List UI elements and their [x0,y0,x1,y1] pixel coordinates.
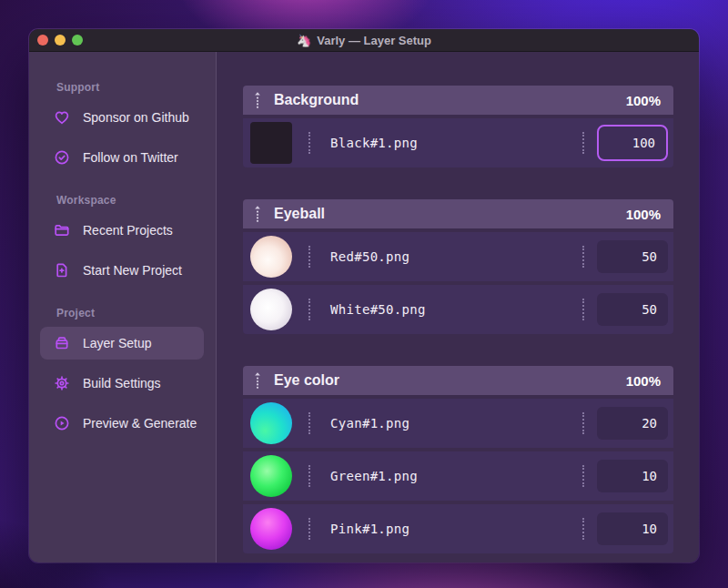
group-name: Eye color [274,372,615,389]
layer-group-eyeball: Eyeball 100% Red#50.png White#50.png [243,199,673,334]
group-weight: 100% [626,93,661,108]
sidebar-item-label: Follow on Twitter [83,150,178,165]
badge-check-icon [53,148,71,167]
layer-row: Pink#1.png [243,504,673,553]
minimize-button[interactable] [55,35,66,46]
opacity-input[interactable] [597,407,668,440]
app-window: 🦄 Varly — Layer Setup Support Sponsor on… [29,29,699,563]
group-weight: 100% [626,207,661,222]
close-button[interactable] [37,35,48,46]
layer-row: Cyan#1.png [243,399,673,448]
sidebar-item-build-settings[interactable]: Build Settings [40,367,204,400]
layer-filename: Green#1.png [330,469,582,483]
layer-row: White#50.png [243,285,673,334]
opacity-input[interactable] [597,512,668,545]
layer-row: Green#1.png [243,451,673,501]
sidebar-item-layer-setup[interactable]: Layer Setup [40,327,204,360]
sidebar-section-project: Project Layer Setup Build Settings Previ… [29,307,216,440]
sidebar-item-label: Recent Projects [83,223,173,238]
section-label-support: Support [56,81,216,94]
window-title-text: Varly — Layer Setup [317,34,431,47]
layer-thumbnail-red [250,236,292,278]
sidebar-item-start-new-project[interactable]: Start New Project [40,254,204,287]
opacity-input[interactable] [597,240,668,273]
layer-thumbnail-black [250,122,292,164]
file-plus-icon [53,261,71,279]
layer-thumbnail-cyan [250,402,292,444]
sidebar-item-preview-generate[interactable]: Preview & Generate [40,407,204,440]
opacity-input[interactable] [597,460,668,492]
opacity-input[interactable] [597,293,668,326]
gear-icon [53,374,71,392]
group-name: Background [274,92,615,108]
sidebar: Support Sponsor on Github Follow on Twit… [29,52,217,563]
sidebar-item-follow-on-twitter[interactable]: Follow on Twitter [40,141,204,174]
drag-handle-icon[interactable] [252,205,263,223]
layer-row: Red#50.png [243,232,673,281]
layer-row: Black#1.png [243,118,673,167]
sidebar-item-recent-projects[interactable]: Recent Projects [40,214,204,247]
play-circle-icon [53,414,71,432]
divider [582,518,584,540]
divider [582,299,584,320]
sidebar-item-label: Preview & Generate [83,416,197,431]
zoom-button[interactable] [72,35,83,46]
sidebar-section-workspace: Workspace Recent Projects Start New Proj… [29,194,216,287]
app-unicorn-icon: 🦄 [297,34,311,47]
layer-filename: Red#50.png [330,249,582,264]
layer-filename: Pink#1.png [330,522,582,536]
layer-setup-panel: Background 100% Black#1.png Eyeball 100% [217,52,699,563]
layer-filename: Black#1.png [330,136,582,150]
window-title: 🦄 Varly — Layer Setup [297,34,431,47]
section-label-workspace: Workspace [56,194,216,207]
layer-group-header[interactable]: Eyeball 100% [243,199,673,228]
divider [308,465,310,487]
layer-group-header[interactable]: Background 100% [243,86,673,115]
layer-group-header[interactable]: Eye color 100% [243,366,673,395]
layers-icon [53,334,71,352]
divider [582,465,584,487]
group-name: Eyeball [274,206,615,222]
sidebar-item-sponsor-on-github[interactable]: Sponsor on Github [40,101,204,134]
divider [582,246,584,268]
sidebar-item-label: Layer Setup [83,336,152,350]
heart-icon [53,108,71,127]
divider [308,518,310,540]
opacity-input[interactable] [597,125,668,161]
group-weight: 100% [626,373,661,389]
layer-group-background: Background 100% Black#1.png [243,86,673,167]
folder-icon [53,221,71,239]
sidebar-item-label: Start New Project [83,263,182,278]
layer-group-eye-color: Eye color 100% Cyan#1.png Green#1.png [243,366,673,553]
layer-filename: White#50.png [330,302,582,317]
traffic-lights [37,29,83,51]
layer-thumbnail-green [250,455,292,497]
divider [308,299,310,320]
divider [308,412,310,434]
sidebar-section-support: Support Sponsor on Github Follow on Twit… [29,81,216,174]
layer-thumbnail-pink [250,508,292,550]
drag-handle-icon[interactable] [252,91,263,109]
section-label-project: Project [56,307,216,319]
sidebar-item-label: Sponsor on Github [83,110,189,125]
divider [582,132,584,154]
divider [308,246,310,268]
title-bar[interactable]: 🦄 Varly — Layer Setup [29,29,699,52]
divider [582,412,584,434]
drag-handle-icon[interactable] [252,371,263,390]
sidebar-item-label: Build Settings [83,376,161,390]
divider [308,132,310,154]
layer-filename: Cyan#1.png [330,416,582,431]
layer-thumbnail-white [250,289,292,330]
